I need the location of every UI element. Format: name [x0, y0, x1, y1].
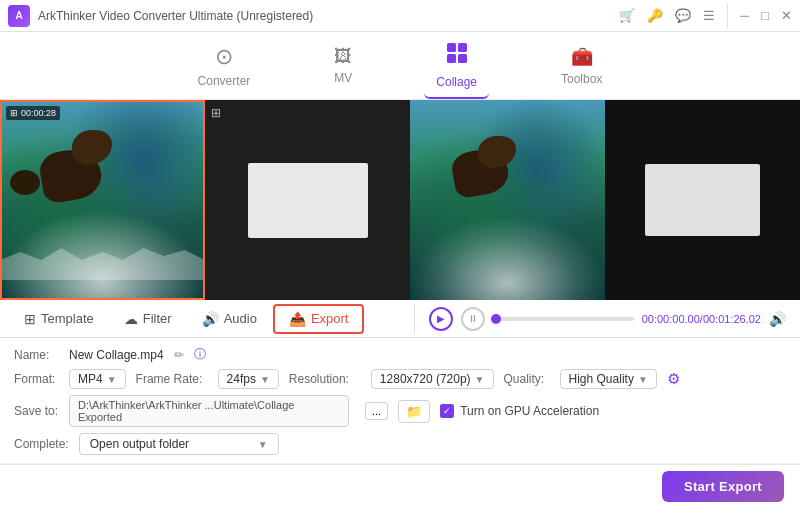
toolbar-row: ⊞ Template ☁ Filter 🔊 Audio 📤 Export ▶ ⏸…	[0, 300, 800, 338]
settings-gear-icon[interactable]: ⚙	[667, 370, 680, 388]
toolbar-left: ⊞ Template ☁ Filter 🔊 Audio 📤 Export	[0, 304, 415, 334]
title-controls: 🛒 🔑 💬 ☰ ─ □ ✕	[619, 4, 792, 28]
grid-icon: ⊞	[211, 106, 221, 120]
title-bar: A ArkThinker Video Converter Ultimate (U…	[0, 0, 800, 32]
app-title: ArkThinker Video Converter Ultimate (Unr…	[38, 9, 313, 23]
play-button[interactable]: ▶	[429, 307, 453, 331]
name-info-icon[interactable]: ⓘ	[194, 346, 206, 363]
open-folder-button[interactable]: 📁	[398, 400, 430, 423]
edit-panel: ⊞ 00:00:28 ⊞	[0, 100, 410, 300]
saveto-path[interactable]: D:\ArkThinker\ArkThinker ...Ultimate\Col…	[69, 395, 349, 427]
close-icon[interactable]: ✕	[781, 8, 792, 23]
preview-panel	[410, 100, 800, 300]
framerate-dropdown[interactable]: 24fps ▼	[218, 369, 279, 389]
toolbar-tab-audio[interactable]: 🔊 Audio	[188, 306, 271, 332]
title-left: A ArkThinker Video Converter Ultimate (U…	[8, 5, 313, 27]
tab-converter[interactable]: ⊙ Converter	[186, 36, 263, 96]
browse-dots: ...	[372, 405, 381, 417]
format-dropdown[interactable]: MP4 ▼	[69, 369, 126, 389]
gpu-acceleration[interactable]: ✓ Turn on GPU Acceleration	[440, 404, 599, 418]
audio-label: Audio	[224, 311, 257, 326]
start-export-button[interactable]: Start Export	[662, 471, 784, 502]
browse-button[interactable]: ...	[365, 402, 388, 420]
current-time: 00:00:00.00	[642, 313, 700, 325]
menu-icon[interactable]: ☰	[703, 8, 715, 23]
nav-tabs: ⊙ Converter 🖼 MV Collage 🧰 Toolbox	[0, 32, 800, 100]
quality-label: Quality:	[504, 372, 550, 386]
collage-icon	[445, 41, 469, 71]
complete-row: Complete: Open output folder ▼	[14, 433, 786, 455]
complete-dropdown[interactable]: Open output folder ▼	[79, 433, 279, 455]
name-edit-icon[interactable]: ✏	[174, 348, 184, 362]
toolbar-right: ▶ ⏸ 00:00:00.00/00:01:26.02 🔊	[415, 307, 800, 331]
maximize-icon[interactable]: □	[761, 8, 769, 23]
tab-toolbox[interactable]: 🧰 Toolbox	[549, 38, 614, 94]
cart-icon[interactable]: 🛒	[619, 8, 635, 23]
saveto-row: Save to: D:\ArkThinker\ArkThinker ...Ult…	[14, 395, 786, 427]
resolution-value: 1280x720 (720p)	[380, 372, 471, 386]
volume-icon[interactable]: 🔊	[769, 311, 786, 327]
video-slot-1[interactable]: ⊞ 00:00:28	[0, 100, 205, 300]
resolution-arrow: ▼	[475, 374, 485, 385]
pause-button[interactable]: ⏸	[461, 307, 485, 331]
audio-icon: 🔊	[202, 311, 219, 327]
main-area: ⊞ 00:00:28 ⊞	[0, 100, 800, 300]
bottom-bar: Start Export	[0, 464, 800, 507]
resolution-label: Resolution:	[289, 372, 361, 386]
divider	[727, 4, 728, 28]
svg-rect-1	[458, 43, 467, 52]
toolbox-label: Toolbox	[561, 72, 602, 86]
format-row: Format: MP4 ▼ Frame Rate: 24fps ▼ Resolu…	[14, 369, 786, 389]
name-label: Name:	[14, 348, 59, 362]
format-arrow: ▼	[107, 374, 117, 385]
complete-arrow: ▼	[258, 439, 268, 450]
time-display: 00:00:00.00/00:01:26.02	[642, 313, 761, 325]
framerate-value: 24fps	[227, 372, 256, 386]
chat-icon[interactable]: 💬	[675, 8, 691, 23]
template-icon: ⊞	[24, 311, 36, 327]
app-logo: A	[8, 5, 30, 27]
quality-dropdown[interactable]: High Quality ▼	[560, 369, 657, 389]
tab-mv[interactable]: 🖼 MV	[322, 38, 364, 93]
complete-value: Open output folder	[90, 437, 189, 451]
quality-arrow: ▼	[638, 374, 648, 385]
format-label: Format:	[14, 372, 59, 386]
resolution-dropdown[interactable]: 1280x720 (720p) ▼	[371, 369, 494, 389]
collage-label: Collage	[436, 75, 477, 89]
saveto-label: Save to:	[14, 404, 59, 418]
name-row: Name: New Collage.mp4 ✏ ⓘ	[14, 346, 786, 363]
total-time: 00:01:26.02	[703, 313, 761, 325]
toolbar-tab-filter[interactable]: ☁ Filter	[110, 306, 186, 332]
template-label: Template	[41, 311, 94, 326]
converter-label: Converter	[198, 74, 251, 88]
preview-white-box	[645, 164, 760, 236]
format-value: MP4	[78, 372, 103, 386]
svg-rect-0	[447, 43, 456, 52]
key-icon[interactable]: 🔑	[647, 8, 663, 23]
converter-icon: ⊙	[215, 44, 233, 70]
filter-icon: ☁	[124, 311, 138, 327]
mv-icon: 🖼	[334, 46, 352, 67]
toolbar-tab-template[interactable]: ⊞ Template	[10, 306, 108, 332]
framerate-arrow: ▼	[260, 374, 270, 385]
preview-video-1	[410, 100, 605, 300]
progress-track[interactable]	[493, 317, 634, 321]
slot2-content	[248, 163, 368, 238]
framerate-label: Frame Rate:	[136, 372, 208, 386]
timestamp-badge: ⊞ 00:00:28	[6, 106, 60, 120]
toolbox-icon: 🧰	[571, 46, 593, 68]
progress-thumb	[491, 314, 501, 324]
tab-collage[interactable]: Collage	[424, 33, 489, 99]
minimize-icon[interactable]: ─	[740, 8, 749, 23]
mv-label: MV	[334, 71, 352, 85]
svg-rect-2	[447, 54, 456, 63]
svg-rect-3	[458, 54, 467, 63]
video-slot-2[interactable]: ⊞	[205, 100, 410, 300]
gpu-checkbox[interactable]: ✓	[440, 404, 454, 418]
preview-video-2	[605, 100, 800, 300]
complete-label: Complete:	[14, 437, 69, 451]
quality-value: High Quality	[569, 372, 634, 386]
name-value: New Collage.mp4	[69, 348, 164, 362]
saveto-path-text: D:\ArkThinker\ArkThinker ...Ultimate\Col…	[78, 399, 340, 423]
toolbar-tab-export[interactable]: 📤 Export	[273, 304, 365, 334]
